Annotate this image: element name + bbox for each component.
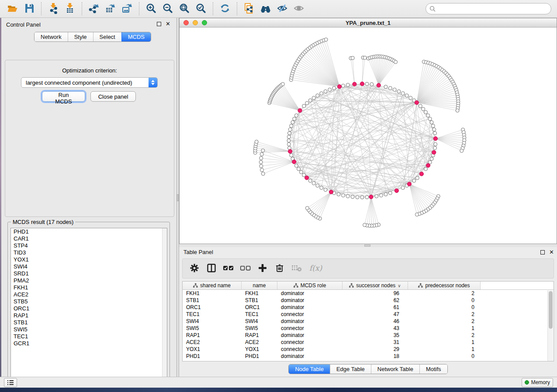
table-cell[interactable]: ORC1 [242,304,277,311]
close-panel-icon[interactable]: ✕ [549,250,554,254]
mcds-result-item[interactable]: SWI5 [11,326,167,333]
delete-columns-button[interactable] [273,262,286,275]
network-hub-node[interactable] [298,109,302,113]
table-cell[interactable]: 2 [408,318,481,325]
table-cell[interactable]: STB1 [183,297,242,304]
mcds-result-item[interactable]: STB1 [11,319,167,326]
network-node[interactable] [308,99,312,102]
tab-edge-table[interactable]: Edge Table [330,364,371,374]
network-node[interactable] [415,213,419,216]
mcds-result-item[interactable]: SWI4 [11,263,167,270]
network-node[interactable] [460,149,464,152]
table-row[interactable]: YOX1YOX1connector291 [183,346,554,353]
network-node[interactable] [291,120,294,124]
network-node[interactable] [397,89,401,93]
export-network-button[interactable] [86,1,101,16]
network-hub-node[interactable] [360,82,364,86]
export-table-button[interactable] [103,1,118,16]
network-node[interactable] [288,128,292,131]
table-row[interactable]: STB1STB1dominator620 [183,297,554,304]
tab-style[interactable]: Style [68,32,93,41]
mcds-result-item[interactable]: SRD1 [11,270,167,277]
network-node[interactable] [261,172,265,175]
first-neighbors-button[interactable] [258,1,273,16]
export-image-button[interactable] [120,1,135,16]
network-hub-node[interactable] [305,176,309,180]
network-node[interactable] [388,191,392,195]
table-cell[interactable]: 0 [408,304,481,311]
tab-network[interactable]: Network [35,32,68,41]
table-row[interactable]: PHD1PHD1dominator180 [183,353,554,360]
task-history-button[interactable] [4,378,17,387]
table-cell[interactable]: 2 [408,332,481,339]
column-header-successor-nodes[interactable]: successor nodes∨ [343,282,408,289]
network-node[interactable] [312,182,315,185]
table-cell[interactable]: SWI5 [242,325,277,332]
table-cell[interactable]: dominator [277,318,343,325]
show-columns-button[interactable] [205,262,218,275]
import-table-button[interactable] [62,1,77,16]
network-node[interactable] [401,92,405,95]
network-titlebar[interactable]: YPA_prune.txt_1 [180,18,557,28]
table-row[interactable]: SWI4SWI4dominator462 [183,318,554,325]
network-node[interactable] [259,160,263,164]
float-panel-icon[interactable] [157,22,161,26]
network-hub-node[interactable] [407,182,411,186]
float-panel-icon[interactable] [540,250,545,254]
network-node[interactable] [259,164,263,168]
network-node[interactable] [430,157,433,161]
network-node[interactable] [281,83,284,86]
mcds-result-list[interactable]: PHD1CAR1STP4TID3YOX1SWI4SRD1PMA2FKH1ACE2… [10,228,167,381]
tab-node-table[interactable]: Node Table [289,364,330,374]
search-input[interactable] [436,4,551,13]
table-cell[interactable]: PHD1 [242,353,277,360]
search-box[interactable] [426,3,551,14]
save-session-button[interactable] [22,1,37,16]
mcds-result-item[interactable]: FKH1 [11,284,167,291]
close-panel-button[interactable]: Close panel [90,91,136,102]
table-cell[interactable]: SWI5 [183,325,242,332]
table-cell[interactable]: STB1 [242,297,277,304]
mcds-result-item[interactable]: CAR1 [11,235,167,242]
network-hub-node[interactable] [433,137,437,141]
refresh-button[interactable] [218,1,232,16]
table-cell[interactable]: connector [277,339,343,346]
open-file-button[interactable] [5,1,20,16]
network-node[interactable] [297,167,301,171]
table-cell[interactable]: 43 [343,325,408,332]
mcds-result-item[interactable]: ACE2 [11,291,167,298]
network-node[interactable] [260,168,264,172]
network-node[interactable] [342,194,345,197]
mcds-result-item[interactable]: STP4 [11,242,167,249]
import-network-button[interactable] [46,1,61,16]
table-cell[interactable]: 1 [408,325,481,332]
table-cell[interactable]: ACE2 [242,339,277,346]
network-node[interactable] [356,196,359,199]
network-node[interactable] [302,104,306,108]
table-cell[interactable]: 47 [343,311,408,318]
network-node[interactable] [375,195,378,198]
network-node[interactable] [308,179,312,182]
table-cell[interactable]: FKH1 [183,290,242,297]
network-node[interactable] [259,156,263,160]
table-cell[interactable]: 1 [408,339,481,346]
network-node[interactable] [261,149,265,152]
table-cell[interactable]: YOX1 [242,346,277,353]
network-node[interactable] [384,85,387,89]
mcds-list-scrollbar[interactable] [162,228,167,381]
table-row[interactable]: TEC1TEC1connector472 [183,311,554,318]
network-node[interactable] [422,107,425,111]
table-cell[interactable]: 0 [408,297,481,304]
network-node[interactable] [294,114,298,117]
table-cell[interactable]: TEC1 [242,311,277,318]
table-cell[interactable]: RAP1 [242,332,277,339]
table-cell[interactable]: 96 [343,290,408,297]
table-cell[interactable]: 2 [408,290,481,297]
network-node[interactable] [434,143,437,146]
tab-network-table[interactable]: Network Table [371,364,419,374]
network-hub-node[interactable] [426,163,430,167]
network-node[interactable] [320,92,323,95]
network-node[interactable] [412,179,416,182]
table-cell[interactable]: FKH1 [242,290,277,297]
network-node[interactable] [332,86,336,90]
